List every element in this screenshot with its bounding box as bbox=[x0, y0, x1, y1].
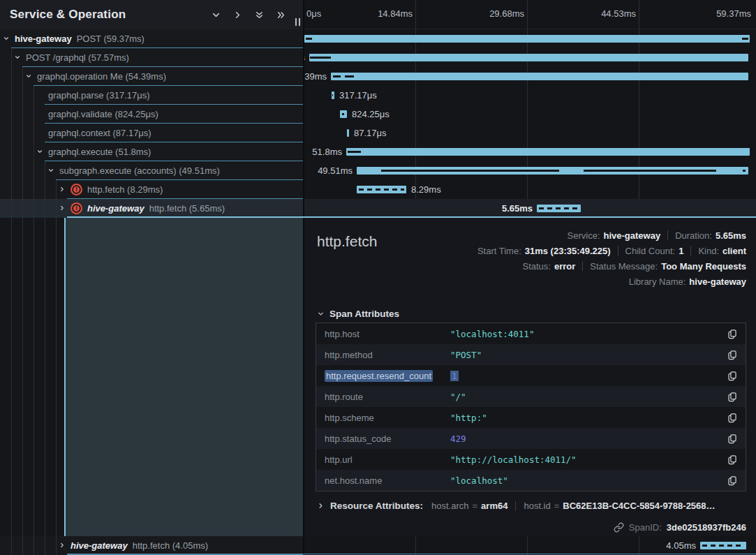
attribute-row: net.host.name"localhost" bbox=[316, 470, 746, 491]
meta-divider bbox=[690, 246, 691, 256]
span-bar[interactable] bbox=[357, 186, 406, 193]
chevron-down-icon[interactable] bbox=[3, 35, 10, 42]
timeline-panel: 0μs14.84ms29.68ms44.53ms59.37ms 57.57ms5… bbox=[304, 0, 756, 555]
span-bar[interactable] bbox=[340, 110, 347, 118]
span-bar[interactable] bbox=[331, 73, 748, 80]
meta-divider bbox=[618, 246, 618, 256]
span-bar[interactable] bbox=[537, 205, 581, 212]
span-bar[interactable] bbox=[347, 129, 349, 137]
tree-row[interactable]: !http.fetch (8.29ms) bbox=[0, 180, 303, 199]
span-bar[interactable] bbox=[357, 167, 748, 175]
chevron-down-icon[interactable] bbox=[25, 73, 32, 80]
indent-guide bbox=[22, 67, 23, 86]
indent-guide bbox=[34, 142, 34, 161]
meta-label: Status: bbox=[523, 261, 551, 272]
attribute-value: "POST" bbox=[450, 350, 722, 360]
ruler-tick-label: 44.53ms bbox=[601, 8, 636, 19]
resource-attributes-header[interactable]: Resource Attributes: bbox=[317, 501, 423, 511]
span-bar[interactable] bbox=[346, 148, 750, 156]
meta-label: Start Time: bbox=[477, 246, 521, 256]
tree-row[interactable]: graphql.validate (824.25μs) bbox=[0, 105, 303, 124]
timeline-row[interactable]: 54.39ms bbox=[304, 67, 756, 86]
timeline-row[interactable]: 51.8ms bbox=[304, 142, 756, 161]
tree-row[interactable]: hive-gatewayhttp.fetch (4.05ms) bbox=[0, 536, 303, 555]
copy-icon[interactable] bbox=[722, 413, 746, 423]
attribute-value: 429 bbox=[450, 434, 722, 444]
copy-icon[interactable] bbox=[722, 475, 746, 486]
attribute-row: http.host"localhost:4011" bbox=[316, 323, 746, 344]
attribute-key: http.url bbox=[316, 454, 450, 465]
indent-guide bbox=[45, 199, 45, 218]
timeline-row[interactable]: 49.51ms bbox=[304, 161, 756, 180]
span-attributes-header[interactable]: Span Attributes bbox=[317, 309, 399, 319]
indent-guide bbox=[11, 86, 12, 105]
indent-guide bbox=[11, 199, 12, 218]
left-panel-header: Service & Operation bbox=[0, 0, 303, 29]
indent-guide bbox=[11, 180, 12, 199]
link-icon[interactable] bbox=[614, 522, 624, 533]
chevron-right-icon[interactable] bbox=[59, 186, 66, 193]
meta-label: Status Message: bbox=[590, 261, 658, 272]
chevron-right-icon[interactable] bbox=[59, 205, 66, 212]
tree-row[interactable]: graphql.operation Me (54.39ms) bbox=[0, 67, 303, 86]
resource-attributes-row: Resource Attributes: host.arch=arm64host… bbox=[317, 501, 716, 511]
bottom-row-border bbox=[67, 554, 756, 554]
copy-icon[interactable] bbox=[722, 350, 746, 360]
operation-name: graphql.parse (317.17μs) bbox=[48, 90, 150, 101]
chevron-down-icon[interactable] bbox=[36, 148, 43, 155]
timeline-row[interactable]: 87.17μs bbox=[304, 124, 756, 142]
expand-all-icon[interactable] bbox=[276, 10, 286, 20]
duration-label: 57.57ms bbox=[304, 52, 305, 63]
timeline-row[interactable]: 824.25μs bbox=[304, 105, 756, 124]
resource-key: host.id bbox=[524, 501, 550, 511]
attribute-value: "http://localhost:4011/" bbox=[450, 454, 722, 465]
copy-icon[interactable] bbox=[722, 392, 746, 402]
ruler-tick-label: 29.68ms bbox=[489, 8, 524, 19]
expand-one-icon[interactable] bbox=[232, 10, 243, 20]
attribute-row: http.status_code429 bbox=[316, 428, 746, 449]
timeline-row[interactable]: 4.05ms bbox=[304, 536, 756, 555]
copy-icon[interactable] bbox=[722, 371, 746, 381]
collapse-all-icon[interactable] bbox=[254, 10, 265, 20]
span-bar[interactable] bbox=[332, 91, 334, 99]
collapse-one-icon[interactable] bbox=[211, 10, 221, 20]
duration-label: 54.39ms bbox=[304, 71, 327, 82]
chevron-down-icon[interactable] bbox=[47, 167, 54, 174]
span-bar[interactable] bbox=[304, 35, 750, 43]
meta-value: client bbox=[722, 246, 746, 256]
attribute-row: http.method"POST" bbox=[316, 344, 746, 365]
copy-icon[interactable] bbox=[722, 454, 746, 465]
tree-row[interactable]: hive-gatewayPOST (59.37ms) bbox=[0, 29, 303, 48]
tree-row[interactable]: !hive-gatewayhttp.fetch (5.65ms) bbox=[0, 199, 303, 218]
ruler-tick-label: 59.37ms bbox=[716, 8, 751, 19]
timeline-row[interactable]: 57.57ms bbox=[304, 48, 756, 67]
timeline-row[interactable] bbox=[304, 29, 756, 48]
copy-icon[interactable] bbox=[722, 329, 746, 339]
spanid-row: SpanID: 3de02518937fb246 bbox=[614, 522, 746, 533]
attribute-row: http.route"/" bbox=[316, 386, 746, 407]
chevron-down-icon[interactable] bbox=[14, 54, 21, 61]
timeline-row[interactable]: 8.29ms bbox=[304, 180, 756, 199]
panel-resize-handle[interactable] bbox=[295, 18, 300, 26]
indent-guide bbox=[56, 218, 57, 555]
duration-label: 49.51ms bbox=[318, 165, 353, 176]
tree-row[interactable]: graphql.context (87.17μs) bbox=[0, 124, 303, 142]
error-icon: ! bbox=[71, 202, 82, 214]
chevron-right-icon[interactable] bbox=[59, 542, 66, 549]
timeline-row[interactable]: 5.65ms bbox=[304, 199, 756, 218]
indent-guide bbox=[45, 180, 45, 199]
tree-row[interactable]: graphql.parse (317.17μs) bbox=[0, 86, 303, 105]
tree-row[interactable]: subgraph.execute (accounts) (49.51ms) bbox=[0, 161, 303, 180]
span-detail-panel: http.fetch Service:hive-gatewayDuration:… bbox=[304, 218, 756, 536]
tree-row[interactable]: graphql.execute (51.8ms) bbox=[0, 142, 303, 161]
indent-guide bbox=[56, 199, 57, 218]
tree-row[interactable]: POST /graphql (57.57ms) bbox=[0, 48, 303, 67]
span-bar[interactable] bbox=[309, 54, 748, 61]
copy-icon[interactable] bbox=[722, 434, 746, 444]
attribute-value: "/" bbox=[450, 392, 722, 402]
operation-name: http.fetch (8.29ms) bbox=[87, 184, 163, 195]
timeline-ruler: 0μs14.84ms29.68ms44.53ms59.37ms bbox=[304, 0, 756, 29]
span-bar[interactable] bbox=[700, 542, 746, 549]
panel-title: Service & Operation bbox=[10, 8, 126, 22]
timeline-row[interactable]: 317.17μs bbox=[304, 86, 756, 105]
